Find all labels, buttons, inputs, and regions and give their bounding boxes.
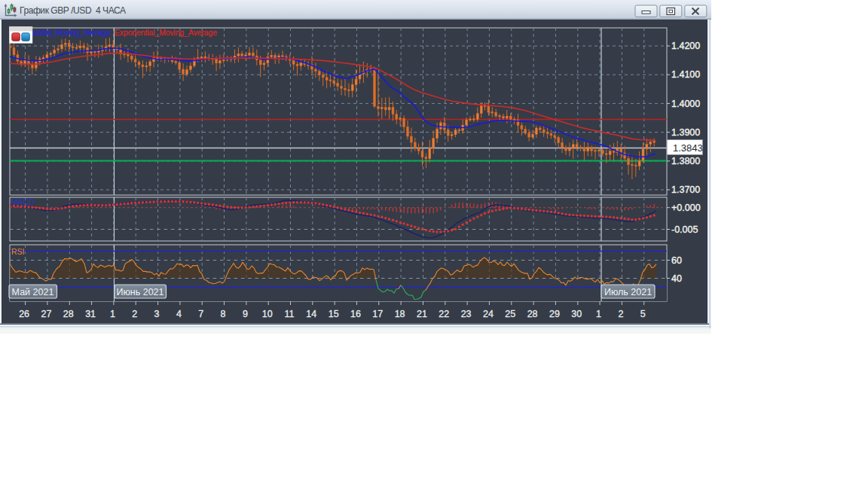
svg-text:28: 28	[527, 309, 538, 319]
svg-text:График GBP /USD 4 ЧАСА: График GBP /USD 4 ЧАСА	[20, 5, 126, 16]
svg-text:11: 11	[285, 309, 295, 319]
svg-text:4: 4	[176, 309, 182, 319]
svg-text:29: 29	[549, 309, 560, 319]
svg-text:31: 31	[85, 309, 96, 319]
svg-text:1: 1	[110, 309, 115, 319]
svg-text:8: 8	[221, 309, 226, 319]
svg-text:2: 2	[132, 309, 137, 319]
svg-text:1.4000: 1.4000	[671, 99, 700, 109]
svg-text:2: 2	[618, 309, 623, 319]
svg-text:Июнь 2021: Июнь 2021	[116, 287, 164, 297]
svg-text:17: 17	[372, 309, 383, 319]
svg-text:16: 16	[350, 309, 361, 319]
svg-text:30: 30	[571, 309, 582, 319]
svg-text:1.3800: 1.3800	[671, 156, 700, 166]
svg-text:+0.000: +0.000	[671, 203, 701, 213]
svg-text:5: 5	[640, 309, 646, 319]
svg-text:60: 60	[671, 255, 682, 266]
svg-text:21: 21	[417, 309, 427, 319]
svg-text:27: 27	[41, 309, 51, 319]
svg-text:24: 24	[483, 309, 494, 319]
svg-text:-0.005: -0.005	[671, 224, 698, 235]
svg-text:1.3700: 1.3700	[671, 185, 700, 195]
svg-text:1.3843: 1.3843	[673, 142, 703, 154]
svg-text:1.4100: 1.4100	[671, 69, 700, 80]
svg-text:9: 9	[243, 309, 248, 319]
svg-text:Июль 2021: Июль 2021	[604, 287, 652, 297]
svg-text:MACD: MACD	[11, 197, 35, 206]
svg-text:Май 2021: Май 2021	[12, 287, 54, 297]
svg-text:40: 40	[671, 273, 682, 284]
svg-text:23: 23	[461, 309, 472, 319]
svg-text:26: 26	[19, 309, 29, 319]
svg-text:25: 25	[505, 309, 515, 319]
svg-text:3: 3	[154, 309, 160, 319]
svg-text:22: 22	[439, 309, 449, 319]
svg-text:15: 15	[329, 309, 339, 319]
svg-text:28: 28	[63, 309, 74, 319]
svg-text:1.3900: 1.3900	[671, 127, 700, 138]
svg-text:1: 1	[596, 309, 601, 319]
svg-text:10: 10	[262, 309, 273, 319]
svg-text:1.4200: 1.4200	[671, 41, 700, 51]
svg-text:7: 7	[198, 309, 203, 319]
svg-text:18: 18	[395, 309, 405, 319]
svg-text:Exponential_Moving_Average: Exponential_Moving_Average	[115, 29, 217, 37]
svg-text:RSI: RSI	[11, 247, 25, 256]
svg-text:14: 14	[306, 309, 316, 319]
